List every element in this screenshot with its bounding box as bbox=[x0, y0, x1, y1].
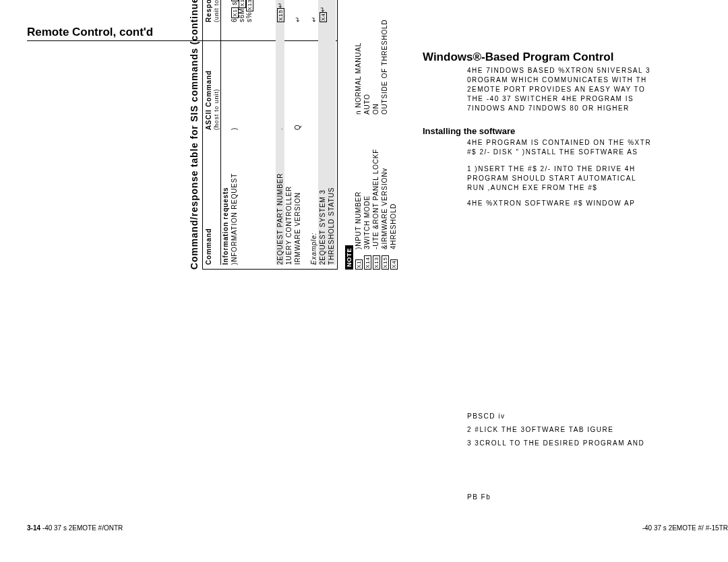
column-header: Response(unit to host) bbox=[205, 0, 220, 22]
table-title: Command/response table for SIS commands … bbox=[189, 0, 200, 270]
resp-cell: X15↵ bbox=[276, 0, 284, 22]
text-line: 3 3CROLL TO THE DESIRED PROGRAM AND bbox=[467, 439, 644, 447]
ascii-cell: Q bbox=[294, 22, 309, 130]
note-line: X1 )NPUT NUMBER n NORMAL MANUAL bbox=[354, 0, 363, 270]
resp-cell: ↵ bbox=[310, 0, 317, 22]
table-row: Example: ↵ SAMPLE VALUE ONLY bbox=[309, 0, 318, 265]
footer-left: 3-14 -40 37 s 2EMOTE #/ONTR bbox=[27, 524, 123, 532]
note-line: X13 -UTE &RONT PANEL LOCKF ON bbox=[371, 0, 380, 270]
cmd-cell: Example: bbox=[310, 130, 317, 265]
cmd-cell: 2EQUEST SYSTEM 3 bbox=[319, 130, 326, 265]
ascii-cell: ) bbox=[231, 22, 275, 130]
resp-cell: ↵ bbox=[294, 0, 309, 22]
cmd-cell: THRESHOLD STATUS bbox=[328, 130, 335, 265]
page-number-left: 3-14 bbox=[27, 524, 40, 532]
table-body: Command ASCII Command(host to unit) Resp… bbox=[202, 0, 338, 270]
table-header-row: Command ASCII Command(host to unit) Resp… bbox=[204, 0, 221, 265]
ascii-cell: . bbox=[276, 22, 284, 130]
text-line: 2 #LICK THE 3OFTWARE TAB IGURE bbox=[467, 426, 613, 433]
table-row: )NFORMATION REQUEST ) 6X1 sX1 sX14 s6MX1… bbox=[230, 0, 276, 265]
column-header: Command bbox=[205, 130, 220, 265]
note-line: X4 4HRESHOLD bbox=[389, 0, 398, 270]
text-line: PBSCD iv bbox=[467, 412, 505, 420]
cmd-cell: 2EQUEST PART NUMBER bbox=[276, 130, 284, 265]
lower-steps: PBSCD iv 2 #LICK THE 3OFTWARE TAB IGURE … bbox=[467, 410, 644, 504]
text-line: PB Fb bbox=[467, 493, 491, 501]
note-line: X15 &IRMWARE VERSIONv OUTSIDE OF THRESHO… bbox=[380, 0, 389, 270]
command-response-table: Command/response table for SIS commands … bbox=[189, 0, 499, 270]
note-row: NOTE bbox=[344, 0, 354, 270]
footer-right: -40 37 s 2EMOTE #/ #-15TR bbox=[642, 524, 728, 532]
table-row: 2EQUEST SYSTEM 3 X4↵ bbox=[318, 0, 327, 265]
table-row: IRMWARE VERSION Q ↵ 4HE FACTORY INSTALLE… bbox=[293, 0, 309, 265]
table-row: 2EQUEST PART NUMBER . X15↵ 3EE APPENDIX … bbox=[276, 0, 284, 265]
footer-text-left: -40 37 s 2EMOTE #/ONTR bbox=[42, 524, 123, 532]
note-line: X14 3WITCH MODE AUTO bbox=[363, 0, 371, 270]
cmd-cell: )NFORMATION REQUEST bbox=[231, 130, 275, 265]
table-section: Information requests bbox=[221, 0, 230, 265]
note-badge: NOTE bbox=[345, 245, 353, 270]
table-row: THRESHOLD STATUS bbox=[327, 0, 336, 265]
cmd-cell: IRMWARE VERSION bbox=[294, 130, 309, 265]
cmd-cell: 1UERY CONTROLLER bbox=[285, 130, 293, 265]
resp-cell: X4↵ bbox=[319, 0, 326, 22]
table-row: 1UERY CONTROLLER bbox=[284, 0, 293, 265]
column-header: ASCII Command(host to unit) bbox=[205, 22, 220, 130]
resp-cell: 6X1 sX1 sX14 s6MX13 s!MX13 s%X13↵ bbox=[231, 0, 275, 22]
page-title-left: Remote Control, cont'd bbox=[27, 26, 153, 39]
